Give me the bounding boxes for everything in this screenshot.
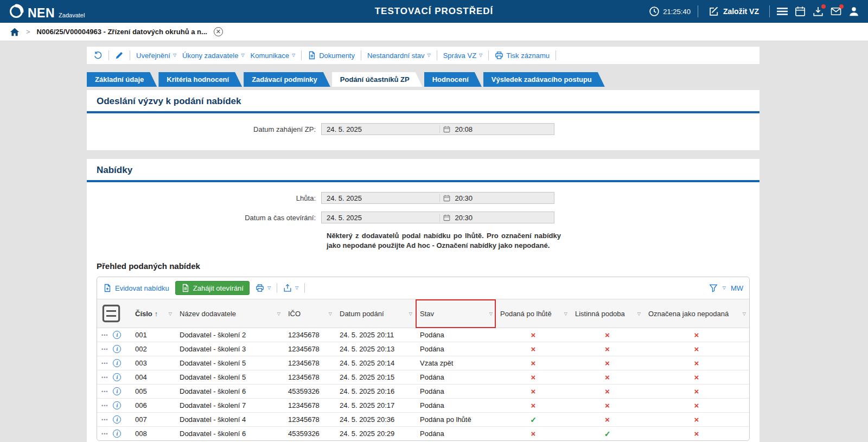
datetime-field[interactable]: 24. 5. 2025 20:30 bbox=[321, 212, 554, 223]
menu-uverejneni[interactable]: Uveřejnění ▽ bbox=[136, 52, 176, 60]
col-header-datum-podani[interactable]: Datum podání ▽ bbox=[335, 299, 416, 328]
user-icon[interactable] bbox=[848, 6, 859, 17]
cell-po_lhute: ✓ bbox=[496, 413, 571, 427]
time-value[interactable]: 20:30 bbox=[455, 214, 473, 222]
tab-podani-ucastniku[interactable]: Podání účastníků ZP bbox=[332, 72, 423, 87]
date-value[interactable]: 24. 5. 2025 bbox=[322, 214, 439, 222]
menu-ukony-zadavatele[interactable]: Úkony zadavatele ▽ bbox=[182, 52, 245, 60]
datetime-field[interactable]: 24. 5. 2025 20:08 bbox=[321, 123, 554, 135]
table-row[interactable]: •••i002Dodavatel - školení 31234567824. … bbox=[97, 342, 749, 356]
calendar-icon[interactable] bbox=[443, 195, 450, 202]
brand[interactable]: NEN Zadavatel bbox=[9, 4, 85, 20]
evidovat-nabidku-button[interactable]: Evidovat nabídku bbox=[103, 284, 169, 292]
menu-icon[interactable] bbox=[777, 6, 788, 17]
col-header-nazev-dodavatele[interactable]: Název dodavatele ▽ bbox=[175, 299, 284, 328]
export-button[interactable]: ▽ bbox=[283, 284, 298, 292]
cell-po_lhute: × bbox=[496, 342, 571, 356]
column-chooser-header[interactable] bbox=[97, 299, 131, 328]
row-menu-icon[interactable]: ••• bbox=[101, 332, 108, 338]
home-icon[interactable] bbox=[10, 27, 20, 37]
messages-icon[interactable] bbox=[831, 6, 841, 17]
table-row[interactable]: •••i001Dodavatel - školení 21234567824. … bbox=[97, 328, 749, 342]
filter-dropdown-icon[interactable]: ▽ bbox=[564, 311, 567, 316]
cell-ico: 12345678 bbox=[284, 399, 335, 413]
row-menu-icon[interactable]: ••• bbox=[101, 375, 108, 380]
row-menu-icon[interactable]: ••• bbox=[101, 389, 108, 394]
row-info-icon[interactable]: i bbox=[113, 401, 121, 409]
create-vz-button[interactable]: Založit VZ bbox=[705, 5, 762, 17]
chevron-down-icon[interactable]: ▽ bbox=[723, 286, 726, 290]
tab-vysledek[interactable]: Výsledek zadávacího postupu bbox=[483, 72, 605, 87]
table-row[interactable]: •••i006Dodavatel - školení 71234567824. … bbox=[97, 399, 749, 413]
cell-cislo: 003 bbox=[131, 356, 175, 370]
row-menu-icon[interactable]: ••• bbox=[101, 361, 108, 366]
clock-icon bbox=[649, 6, 660, 17]
row-info-icon[interactable]: i bbox=[113, 415, 121, 424]
table-row[interactable]: •••i005Dodavatel - školení 64535932624. … bbox=[97, 385, 749, 399]
time-value[interactable]: 20:30 bbox=[455, 194, 473, 202]
date-value[interactable]: 24. 5. 2025 bbox=[322, 194, 439, 202]
table-row[interactable]: •••i004Dodavatel - školení 51234567824. … bbox=[97, 370, 749, 385]
cell-listinna: × bbox=[571, 385, 644, 399]
calendar-icon[interactable] bbox=[795, 6, 806, 17]
date-value[interactable]: 24. 5. 2025 bbox=[322, 125, 439, 133]
cross-icon: × bbox=[694, 330, 699, 339]
row-menu-icon[interactable]: ••• bbox=[101, 417, 108, 422]
menu-tisk-zaznamu[interactable]: Tisk záznamu bbox=[495, 51, 550, 60]
col-header-ico[interactable]: IČO ▽ bbox=[284, 299, 335, 328]
filter-dropdown-icon[interactable]: ▽ bbox=[409, 311, 412, 316]
print-table-button[interactable]: ▽ bbox=[256, 284, 271, 292]
filter-dropdown-icon[interactable]: ▽ bbox=[277, 311, 280, 316]
col-header-listinna-podoba[interactable]: Listinná podoba ▽ bbox=[571, 299, 644, 328]
table-row[interactable]: •••i008Dodavatel - školení 64535932624. … bbox=[97, 427, 749, 441]
col-header-cislo[interactable]: Číslo↑ ▽ bbox=[131, 299, 175, 328]
tab-bar: Základní údaje Kritéria hodnocení Zadáva… bbox=[87, 72, 760, 87]
filter-dropdown-icon[interactable]: ▽ bbox=[637, 311, 641, 316]
mw-link[interactable]: MW bbox=[731, 284, 743, 292]
menu-komunikace[interactable]: Komunikace ▽ bbox=[251, 52, 296, 60]
menu-nestandardni-stav[interactable]: Nestandardní stav ▽ bbox=[367, 52, 431, 60]
row-info-icon[interactable]: i bbox=[113, 430, 121, 438]
table-row[interactable]: •••i007Dodavatel - školení 41234567824. … bbox=[97, 413, 749, 427]
tab-zadavaci-podminky[interactable]: Zadávací podmínky bbox=[244, 72, 330, 87]
row-info-icon[interactable]: i bbox=[113, 359, 121, 367]
field-label: Datum a čas otevírání: bbox=[87, 214, 321, 222]
top-header: NEN Zadavatel TESTOVACÍ PROSTŘEDÍ 21:25:… bbox=[0, 0, 868, 23]
row-info-icon[interactable]: i bbox=[113, 387, 121, 395]
filter-dropdown-icon[interactable]: ▽ bbox=[329, 311, 332, 316]
row-info-icon[interactable]: i bbox=[113, 345, 121, 353]
filter-dropdown-icon[interactable]: ▽ bbox=[489, 311, 493, 316]
row-menu-icon[interactable]: ••• bbox=[101, 403, 108, 408]
row-menu-icon[interactable]: ••• bbox=[101, 431, 108, 437]
col-header-oznacena-jako-nepodana[interactable]: Označena jako nepodaná ▽ bbox=[644, 299, 749, 328]
datetime-field[interactable]: 24. 5. 2025 20:30 bbox=[321, 192, 554, 204]
time-value[interactable]: 20:08 bbox=[455, 125, 473, 133]
col-header-podana-po-lhute[interactable]: Podaná po lhůtě ▽ bbox=[496, 299, 571, 328]
filter-dropdown-icon[interactable]: ▽ bbox=[169, 311, 172, 316]
cell-cislo: 004 bbox=[131, 370, 175, 385]
sort-asc-icon[interactable]: ↑ bbox=[155, 310, 158, 318]
column-chooser-icon[interactable] bbox=[101, 304, 121, 323]
menu-sprava-vz[interactable]: Správa VZ ▽ bbox=[443, 52, 483, 60]
history-back-icon[interactable] bbox=[94, 51, 103, 60]
row-info-icon[interactable]: i bbox=[113, 373, 121, 381]
filter-dropdown-icon[interactable]: ▽ bbox=[743, 311, 746, 316]
row-menu-icon[interactable]: ••• bbox=[101, 347, 108, 352]
zahajit-otevirani-button[interactable]: Zahájit otevírání bbox=[175, 281, 250, 295]
cross-icon: × bbox=[531, 330, 536, 339]
table-row[interactable]: •••i003Dodavatel - školení 51234567824. … bbox=[97, 356, 749, 370]
close-tab-icon[interactable]: ✕ bbox=[214, 27, 223, 36]
breadcrumb-item[interactable]: N006/25/V00004963 - Zřízení datových okr… bbox=[37, 28, 207, 36]
tab-zakladni-udaje[interactable]: Základní údaje bbox=[87, 72, 157, 87]
filter-funnel-icon[interactable] bbox=[709, 284, 718, 292]
downloads-icon[interactable] bbox=[813, 6, 824, 17]
tab-kriteria-hodnoceni[interactable]: Kritéria hodnocení bbox=[158, 72, 242, 87]
calendar-icon[interactable] bbox=[443, 126, 450, 133]
calendar-icon[interactable] bbox=[443, 214, 450, 221]
row-actions-cell: •••i bbox=[97, 385, 131, 399]
row-info-icon[interactable]: i bbox=[113, 331, 121, 339]
tab-hodnoceni[interactable]: Hodnocení bbox=[424, 72, 482, 87]
edit-pencil-icon[interactable] bbox=[115, 51, 124, 60]
menu-dokumenty[interactable]: Dokumenty bbox=[308, 51, 355, 60]
col-header-stav[interactable]: Stav ▽ bbox=[416, 299, 496, 328]
